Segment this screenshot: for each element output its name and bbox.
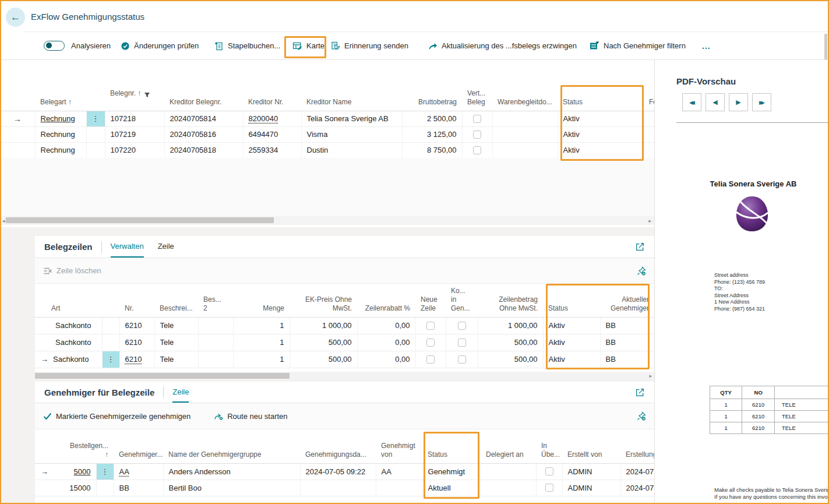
col-art[interactable]: Art	[35, 284, 119, 317]
pdf-col-no: NO	[742, 386, 775, 399]
tab-zeile[interactable]: Zeile	[158, 236, 174, 258]
col-beschreibung[interactable]: Beschrei...	[154, 284, 198, 317]
in-ube-checkbox[interactable]	[545, 484, 553, 492]
cell-belegart[interactable]: Rechnung	[35, 126, 86, 142]
col-belegart[interactable]: Belegart ↑	[35, 60, 105, 111]
approve-selected-button[interactable]: Markierte Genehmigerzeile genehmigen	[43, 412, 191, 421]
col-aktueller-genehmiger[interactable]: Aktueller Genehmiger	[600, 284, 654, 317]
last-page-button[interactable]: ▶▶	[752, 93, 771, 111]
col-bes2[interactable]: Bes... 2	[198, 284, 233, 317]
col-neue-zeile[interactable]: Neue Zeile	[415, 284, 446, 317]
cell-status: Aktiv	[558, 111, 644, 126]
col-fe[interactable]: Fe	[644, 60, 654, 111]
col-datum[interactable]: Genehmigungsda...	[300, 429, 376, 463]
cell-zeilenbetrag: 1 000,00	[478, 317, 543, 334]
card-button[interactable]: Karte	[292, 32, 324, 59]
col-name[interactable]: Name der Genehmigergruppe	[163, 429, 300, 463]
cell-status: Genehmigt	[422, 463, 481, 480]
cell-ek-preis: 1 000,00	[290, 317, 357, 334]
delete-line-button[interactable]: Zeile löschen	[43, 266, 101, 275]
col-erstellung[interactable]: Erstellung	[620, 429, 654, 463]
belegart-link[interactable]: Rechnung	[41, 114, 75, 123]
col-kreditor-nr[interactable]: Kreditor Nr.	[243, 60, 301, 111]
row-selector-arrow[interactable]: →	[41, 355, 48, 364]
genehmiger-link[interactable]: AA	[119, 467, 129, 476]
tab-zeile[interactable]: Zeile	[172, 382, 189, 403]
bestellgen-link[interactable]: 5000	[74, 467, 91, 476]
neue-zeile-checkbox[interactable]	[426, 322, 435, 330]
scrollbar-thumb[interactable]	[35, 373, 290, 379]
send-reminder-button[interactable]: Erinnerung senden	[331, 32, 408, 59]
col-delegiert-an[interactable]: Delegiert an	[481, 429, 536, 463]
ko-in-gen-checkbox[interactable]	[458, 322, 466, 330]
batch-post-button[interactable]: Stapelbuchen...	[214, 32, 280, 59]
pin-icon[interactable]	[637, 266, 646, 276]
nr-link[interactable]: 6210	[125, 355, 142, 364]
col-belegnr[interactable]: Belegnr. ↑	[105, 60, 164, 111]
row-selector-arrow[interactable]: →	[41, 467, 48, 476]
neue-zeile-checkbox[interactable]	[426, 339, 435, 347]
col-genehmiger[interactable]: Genehmiger...	[114, 429, 163, 463]
prev-page-button[interactable]: ◀	[705, 93, 725, 111]
ko-in-gen-checkbox[interactable]	[458, 339, 466, 347]
scrollbar-thumb[interactable]	[6, 217, 274, 223]
ko-in-gen-checkbox[interactable]	[458, 355, 466, 364]
cell-beschreibung: Tele	[154, 334, 198, 351]
col-ko-in-gen[interactable]: Ko... in Gen...	[446, 284, 478, 317]
pin-icon[interactable]	[637, 411, 646, 421]
col-menge[interactable]: Menge	[233, 284, 290, 317]
col-genehmigt-von[interactable]: Genehmigt von	[376, 429, 422, 463]
lines-horizontal-scrollbar[interactable]: ◂ ▸	[35, 372, 654, 379]
belegzeilen-toolbar: Zeile löschen	[35, 258, 654, 284]
more-actions-button[interactable]: ...	[702, 32, 711, 59]
restart-route-button[interactable]: Route neu starten	[214, 412, 287, 421]
in-ube-checkbox[interactable]	[545, 467, 553, 475]
cell-status: Aktiv	[558, 142, 644, 158]
cell-belegart[interactable]: Rechnung	[35, 142, 86, 158]
force-update-icon	[428, 42, 438, 50]
col-erstellt-von[interactable]: Erstellt von	[562, 429, 620, 463]
filter-by-approver-button[interactable]: Nach Genehmiger filtern	[590, 32, 686, 59]
belegzeilen-part: Belegzeilen Verwalten Zeile Zeile lösche…	[35, 236, 654, 379]
back-button[interactable]: ←	[6, 8, 25, 27]
col-vert-beleg[interactable]: Vert... Beleg	[462, 60, 492, 111]
col-zeilenbetrag[interactable]: Zeilenbetrag Ohne MwSt.	[478, 284, 543, 317]
main-horizontal-scrollbar[interactable]: ◂ ▸	[0, 216, 654, 225]
force-update-button[interactable]: Aktualisierung des ...fsbelegs erzwingen	[428, 32, 577, 59]
neue-zeile-checkbox[interactable]	[426, 355, 435, 364]
col-bruttobetrag[interactable]: Bruttobetrag	[402, 60, 462, 111]
col-warenbegleitdo[interactable]: Warenbegleitdo...	[492, 60, 558, 111]
analyze-toggle[interactable]	[44, 41, 65, 51]
row-menu-button[interactable]: ⋮	[86, 111, 105, 126]
col-kreditor-name[interactable]: Kreditor Name	[301, 60, 402, 111]
col-ek-preis[interactable]: EK-Preis Ohne MwSt.	[290, 284, 357, 317]
scroll-right-icon[interactable]: ▸	[649, 372, 652, 379]
col-status[interactable]: Status	[543, 284, 600, 317]
col-nr[interactable]: Nr.	[119, 284, 154, 317]
share-icon[interactable]	[635, 242, 645, 252]
share-icon[interactable]	[635, 387, 645, 397]
vert-beleg-checkbox[interactable]	[473, 115, 481, 123]
col-status[interactable]: Status	[422, 429, 481, 463]
page-vertical-scrollbar[interactable]	[824, 34, 827, 59]
vert-beleg-checkbox[interactable]	[473, 131, 481, 139]
col-kreditor-belegnr[interactable]: Kreditor Belegnr.	[164, 60, 243, 111]
scroll-right-icon[interactable]: ▸	[648, 216, 651, 225]
next-page-button[interactable]: ▶	[729, 93, 748, 111]
tab-verwalten[interactable]: Verwalten	[111, 236, 144, 258]
cell-delegiert-an	[481, 480, 536, 496]
first-page-button[interactable]: ◀◀	[682, 93, 701, 111]
row-selector-arrow[interactable]: →	[0, 111, 35, 126]
vert-beleg-checkbox[interactable]	[473, 146, 481, 154]
col-status[interactable]: Status	[558, 60, 644, 111]
col-in-ube[interactable]: In Übe...	[536, 429, 562, 463]
scroll-left-icon[interactable]: ◂	[2, 216, 5, 225]
ellipsis-vertical-icon: ⋮	[101, 467, 109, 476]
delete-line-icon	[43, 267, 52, 275]
col-bestellgen[interactable]: Bestellgen... ↑	[35, 429, 114, 463]
row-menu-button[interactable]: ⋮	[96, 463, 114, 480]
col-zeilenrabatt[interactable]: Zeilenrabatt %	[357, 284, 415, 317]
check-changes-button[interactable]: Änderungen prüfen	[121, 32, 199, 59]
row-menu-button[interactable]: ⋮	[102, 351, 119, 368]
kreditor-nr-link[interactable]: 8200040	[249, 114, 278, 123]
